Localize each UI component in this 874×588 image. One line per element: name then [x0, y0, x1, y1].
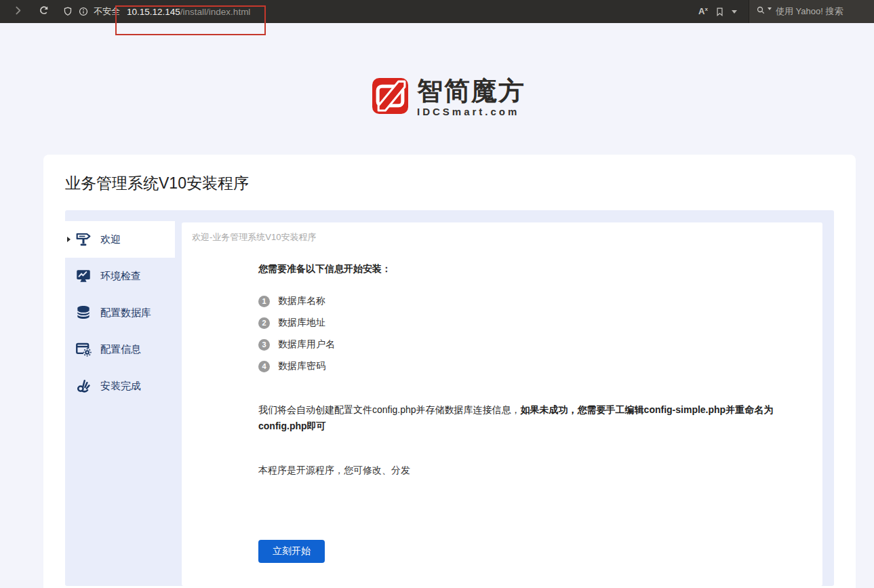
config-note: 我们将会自动创建配置文件config.php并存储数据库连接信息，如果未成功，您… — [258, 401, 797, 434]
requirement-label: 数据库地址 — [278, 317, 325, 329]
list-item: 4 数据库密码 — [258, 360, 805, 372]
list-item: 1 数据库名称 — [258, 295, 805, 307]
requirements-list: 1 数据库名称 2 数据库地址 3 数据库用户名 4 数据库密码 — [258, 295, 805, 372]
page-title: 业务管理系统V10安装程序 — [65, 173, 249, 194]
requirement-label: 数据库用户名 — [278, 338, 335, 351]
window-gear-icon — [75, 340, 92, 358]
step-label: 配置信息 — [100, 343, 141, 356]
toolbar-caret-icon[interactable] — [732, 10, 737, 14]
search-icon — [755, 5, 766, 18]
installer-panel: 业务管理系统V10安装程序 欢迎 — [43, 155, 856, 588]
translate-letter: A — [698, 7, 704, 17]
step-config-db[interactable]: 配置数据库 — [65, 294, 175, 331]
brand-logo-icon — [372, 78, 408, 117]
config-note-normal: 我们将会自动创建配置文件config.php并存储数据库连接信息， — [258, 404, 521, 415]
monitor-chart-icon — [75, 267, 92, 285]
reload-icon — [38, 4, 50, 19]
requirement-label: 数据库名称 — [278, 295, 325, 307]
step-label: 欢迎 — [100, 233, 121, 246]
requirement-label: 数据库密码 — [278, 360, 325, 372]
url-path: /install/index.html — [180, 7, 251, 17]
step-label: 安装完成 — [100, 380, 141, 393]
forward-button[interactable] — [9, 0, 26, 23]
active-arrow-icon — [67, 237, 71, 242]
list-item: 3 数据库用户名 — [258, 338, 805, 351]
address-bar[interactable]: 10.15.12.145/install/index.html — [127, 0, 250, 23]
number-badge: 3 — [258, 339, 270, 351]
content-card: 欢迎-业务管理系统V10安装程序 您需要准备以下信息开始安装： 1 数据库名称 … — [182, 222, 822, 586]
shield-icon[interactable] — [62, 0, 73, 23]
chevron-right-icon — [12, 5, 24, 19]
card-body: 您需要准备以下信息开始安装： 1 数据库名称 2 数据库地址 3 数据库用户名 — [258, 263, 805, 563]
translate-sup: x — [704, 6, 707, 12]
browser-toolbar: 不安全 10.15.12.145/install/index.html Ax 使… — [0, 0, 874, 23]
card-header: 欢迎-业务管理系统V10安装程序 — [192, 231, 812, 243]
toolbar-search-field[interactable]: 使用 Yahoo! 搜索 — [749, 0, 874, 23]
brand-site: IDCSmart.com — [417, 106, 525, 117]
step-welcome[interactable]: 欢迎 — [65, 221, 175, 258]
search-placeholder: 使用 Yahoo! 搜索 — [776, 5, 843, 18]
reload-button[interactable] — [35, 0, 53, 23]
intro-text: 您需要准备以下信息开始安装： — [258, 263, 805, 275]
number-badge: 4 — [258, 361, 270, 372]
step-env-check[interactable]: 环境检查 — [65, 258, 175, 294]
step-label: 配置数据库 — [100, 307, 151, 319]
license-note: 本程序是开源程序，您可修改、分发 — [258, 465, 805, 477]
database-icon — [75, 304, 92, 321]
number-badge: 2 — [258, 317, 270, 329]
search-caret-icon — [768, 7, 772, 10]
start-button[interactable]: 立刻开始 — [258, 540, 325, 563]
brand-name: 智简魔方 — [417, 77, 525, 104]
toolbar-right-cluster: Ax — [698, 0, 737, 23]
translate-button[interactable]: Ax — [698, 7, 708, 16]
step-nav: 欢迎 环境检查 — [65, 221, 175, 404]
site-info-group: 不安全 — [62, 0, 120, 23]
brand-logo: 智简魔方 IDCSmart.com — [372, 77, 525, 117]
ok-hand-icon — [75, 377, 92, 395]
info-icon[interactable] — [78, 0, 89, 23]
step-config-info[interactable]: 配置信息 — [65, 331, 175, 368]
favorites-button[interactable] — [715, 0, 725, 23]
step-install-done[interactable]: 安装完成 — [65, 368, 175, 404]
installer-body: 欢迎 环境检查 — [65, 210, 834, 586]
security-label: 不安全 — [94, 5, 120, 18]
step-label: 环境检查 — [100, 270, 141, 283]
list-item: 2 数据库地址 — [258, 317, 805, 329]
url-host: 10.15.12.145 — [127, 7, 180, 17]
number-badge: 1 — [258, 296, 270, 307]
signpost-icon — [75, 231, 92, 248]
